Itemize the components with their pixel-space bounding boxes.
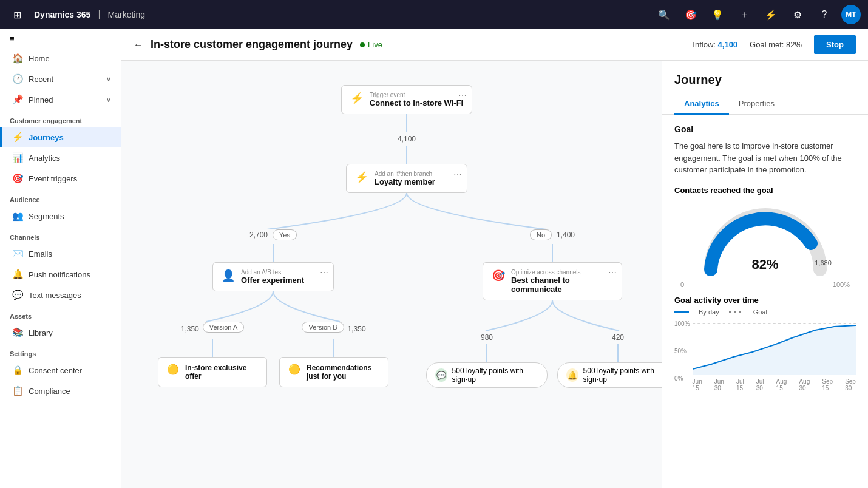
sidebar-item-recent[interactable]: 🕐 Recent ∨	[0, 69, 121, 89]
sidebar-item-push-notifications[interactable]: 🔔 Push notifications	[0, 264, 121, 285]
chevron-down-icon: ∨	[106, 96, 111, 104]
grid-icon[interactable]: ⊞	[7, 5, 27, 24]
y-label-0: 0%	[674, 375, 690, 382]
sidebar-collapse-button[interactable]: ≡	[0, 29, 121, 48]
consent-icon: 🔒	[12, 365, 24, 376]
sidebar-item-consent-center[interactable]: 🔒 Consent center	[0, 360, 121, 381]
legend-goal: Goal	[753, 308, 767, 316]
sidebar-item-event-triggers[interactable]: 🎯 Event triggers	[0, 168, 121, 189]
sidebar-item-analytics[interactable]: 📊 Analytics	[0, 147, 121, 168]
instore-offer-node[interactable]: 🟡 In-store exclusive offer	[158, 357, 267, 387]
journey-canvas[interactable]: ⚡ Trigger event Connect to in-store Wi-F…	[121, 61, 662, 488]
journeys-icon: ⚡	[12, 132, 24, 143]
branch-menu-icon[interactable]: ⋯	[453, 169, 462, 179]
section-audience: Audience	[0, 189, 121, 206]
trigger-icon: ⚡	[350, 92, 364, 105]
target-icon[interactable]: 🎯	[681, 5, 700, 24]
filter-icon[interactable]: ⚡	[761, 5, 781, 24]
top-navigation: ⊞ Dynamics 365 | Marketing 🔍 🎯 💡 ＋ ⚡ ⚙ ?…	[0, 0, 868, 29]
yes-branch: 2,700 Yes 👤 Add an A/B test Offer experi…	[146, 229, 401, 388]
version-b-branch: Version B 1,350 🟡 Recommendations just f…	[279, 322, 388, 387]
sidebar-item-label: Library	[29, 328, 53, 337]
section-assets: Assets	[0, 305, 121, 322]
no-tag: No	[530, 229, 552, 240]
trigger-node[interactable]: ⚡ Trigger event Connect to in-store Wi-F…	[341, 85, 472, 114]
search-icon[interactable]: 🔍	[654, 5, 674, 24]
donut-max: 100%	[833, 281, 850, 288]
sidebar-item-emails[interactable]: ✉️ Emails	[0, 243, 121, 264]
channel-b-node[interactable]: 🔔 500 loyalty points with sign-up	[557, 362, 662, 388]
lightbulb-icon[interactable]: 💡	[708, 5, 727, 24]
sidebar-item-label: Analytics	[29, 154, 60, 163]
tab-analytics[interactable]: Analytics	[674, 94, 729, 115]
x-label-7: Sep15	[822, 378, 833, 391]
plus-icon[interactable]: ＋	[734, 5, 754, 24]
contacts-title: Contacts reached the goal	[674, 186, 856, 195]
sidebar-item-pinned[interactable]: 📌 Pinned ∨	[0, 89, 121, 110]
connector-1	[406, 114, 407, 132]
sidebar-item-label: Segments	[29, 212, 64, 221]
library-icon: 📚	[12, 327, 24, 338]
x-label-4: Jul30	[756, 378, 764, 391]
page-title: In-store customer engagement journey	[151, 38, 353, 51]
sidebar-item-compliance[interactable]: 📋 Compliance	[0, 381, 121, 401]
x-label-6: Aug30	[799, 378, 810, 391]
help-icon[interactable]: ?	[815, 5, 834, 24]
yes-connector	[273, 244, 274, 262]
inflow-stat: Inflow: 4,100	[693, 40, 737, 49]
x-label-8: Sep30	[845, 378, 856, 391]
branch-icon: ⚡	[355, 171, 368, 184]
optimize-title: Best channel to communicate	[511, 276, 613, 294]
svg-marker-2	[693, 325, 856, 375]
branch-node-title: Loyalty member	[375, 177, 435, 186]
brand-title: Dynamics 365	[34, 10, 90, 19]
trigger-node-label: Trigger event	[370, 92, 463, 98]
emails-icon: ✉️	[12, 248, 24, 259]
stop-button[interactable]: Stop	[814, 35, 856, 54]
sidebar-item-library[interactable]: 📚 Library	[0, 322, 121, 343]
push-notifications-icon: 🔔	[12, 269, 24, 280]
live-dot	[360, 42, 365, 47]
sidebar-item-journeys[interactable]: ⚡ Journeys	[0, 127, 121, 147]
ab-test-label: Add an A/B test	[241, 269, 304, 276]
no-branch: 1,400 No 🎯 Optimize across channels Best…	[437, 229, 662, 388]
channel-b-branch: 420 🔔 500 loyalty points with sign-up	[557, 331, 662, 388]
sidebar-item-label: Recent	[29, 75, 53, 84]
channel-b-icon: 🔔	[566, 368, 578, 382]
home-icon: 🏠	[12, 53, 24, 64]
recs-node[interactable]: 🟡 Recommendations just for you	[279, 357, 388, 387]
version-row: 1,350 Version A 🟡 In-store exclusive off…	[146, 322, 401, 387]
legend-line-dashed	[729, 311, 744, 313]
no-count: 1,400	[557, 231, 575, 239]
chevron-down-icon: ∨	[106, 75, 111, 83]
line-chart-svg	[693, 320, 856, 375]
channel-a-node[interactable]: 💬 500 loyalty points with sign-up	[426, 362, 548, 388]
sidebar-item-home[interactable]: 🏠 Home	[0, 48, 121, 69]
right-panel: Journey Analytics Properties Goal The go…	[662, 61, 868, 488]
optimize-menu[interactable]: ⋯	[608, 268, 617, 277]
line-chart-wrapper: Jun15 Jun30 Jul15 Jul30 Aug15 Aug30 Sep1…	[693, 320, 856, 393]
ab-test-menu[interactable]: ⋯	[320, 268, 328, 277]
optimize-split-connector	[437, 300, 662, 331]
chart-legend: By day Goal	[674, 308, 856, 316]
sidebar-item-text-messages[interactable]: 💬 Text messages	[0, 285, 121, 305]
header-bar: ← In-store customer engagement journey L…	[121, 29, 868, 61]
sidebar-item-segments[interactable]: 👥 Segments	[0, 206, 121, 226]
user-avatar[interactable]: MT	[841, 5, 861, 24]
tab-properties[interactable]: Properties	[729, 94, 784, 115]
x-label-5: Aug15	[776, 378, 787, 391]
gear-icon[interactable]: ⚙	[788, 5, 807, 24]
inflow-count-label: 4,100	[398, 135, 416, 143]
activity-title: Goal activity over time	[674, 296, 856, 305]
goal-section-title: Goal	[674, 124, 856, 134]
trigger-menu-icon[interactable]: ⋯	[458, 90, 467, 100]
optimize-node[interactable]: 🎯 Optimize across channels Best channel …	[483, 262, 622, 300]
legend-by-day: By day	[699, 308, 719, 316]
content-area: ← In-store customer engagement journey L…	[121, 29, 868, 488]
branch-node[interactable]: ⚡ Add an if/then branch Loyalty member ⋯	[346, 164, 467, 193]
back-button[interactable]: ←	[134, 39, 143, 50]
x-label-2: Jun30	[714, 378, 724, 391]
yes-tag: Yes	[273, 229, 297, 240]
donut-center-label: 82%	[751, 257, 778, 273]
ab-test-node[interactable]: 👤 Add an A/B test Offer experiment ⋯	[212, 262, 334, 291]
